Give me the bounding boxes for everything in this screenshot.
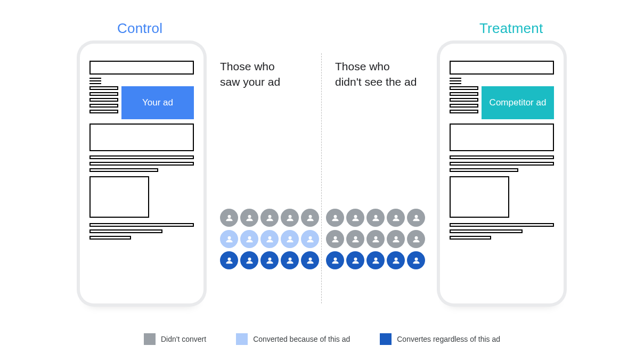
- person-icon: [346, 209, 364, 227]
- people-grid-treatment: [326, 209, 425, 269]
- hamburger-icon: [450, 78, 461, 84]
- hamburger-icon: [89, 78, 101, 84]
- wf-image-box: [450, 176, 509, 218]
- person-icon: [346, 251, 364, 269]
- swatch-gray: [144, 333, 156, 345]
- person-icon: [220, 251, 238, 269]
- person-icon: [240, 209, 258, 227]
- person-icon: [301, 209, 319, 227]
- people-grid-control: [220, 209, 319, 269]
- heading-control: Control: [117, 20, 162, 37]
- wireframe-control: Your ad: [89, 61, 194, 292]
- person-icon: [220, 209, 238, 227]
- wireframe-treatment: Competitor ad: [450, 61, 554, 292]
- ad-slot-control: Your ad: [121, 86, 194, 119]
- person-icon: [260, 230, 279, 248]
- legend: Didn't convert Converted because of this…: [0, 333, 644, 345]
- person-icon: [240, 251, 258, 269]
- wf-side-lines: [450, 86, 478, 116]
- person-icon: [301, 251, 319, 269]
- person-icon: [387, 230, 405, 248]
- person-icon: [326, 209, 344, 227]
- person-icon: [260, 251, 279, 269]
- wf-text-lines: [89, 155, 194, 172]
- person-icon: [407, 251, 425, 269]
- person-icon: [366, 251, 385, 269]
- phone-treatment: Competitor ad: [440, 44, 564, 303]
- person-icon: [220, 230, 238, 248]
- wf-content-box: [89, 124, 194, 151]
- legend-item-gray: Didn't convert: [144, 333, 206, 345]
- wf-text-lines: [450, 155, 554, 172]
- wf-content-box: [450, 124, 554, 151]
- wf-image-box: [89, 176, 149, 218]
- caption-saw-ad: Those whosaw your ad: [220, 59, 280, 90]
- legend-label-dark: Convertes regardless of this ad: [397, 335, 500, 343]
- legend-label-gray: Didn't convert: [161, 335, 206, 343]
- ad-slot-treatment: Competitor ad: [482, 86, 554, 119]
- person-icon: [346, 230, 364, 248]
- heading-treatment: Treatment: [479, 20, 543, 37]
- legend-item-light: Converted because of this ad: [236, 333, 350, 345]
- person-icon: [301, 230, 319, 248]
- phone-control: Your ad: [80, 44, 203, 303]
- person-icon: [387, 209, 405, 227]
- person-icon: [366, 209, 385, 227]
- ad-label-control: Your ad: [142, 97, 173, 108]
- person-icon: [326, 251, 344, 269]
- wf-footer-lines: [89, 223, 194, 240]
- person-icon: [407, 230, 425, 248]
- caption-didnt-see: Those whodidn't see the ad: [335, 59, 417, 90]
- person-icon: [387, 251, 405, 269]
- person-icon: [260, 209, 279, 227]
- person-icon: [281, 209, 299, 227]
- legend-label-light: Converted because of this ad: [253, 335, 350, 343]
- wf-footer-lines: [450, 223, 554, 240]
- person-icon: [281, 230, 299, 248]
- person-icon: [281, 251, 299, 269]
- legend-item-dark: Convertes regardless of this ad: [380, 333, 500, 345]
- group-divider: [321, 53, 322, 303]
- wf-header-box: [89, 61, 194, 75]
- person-icon: [326, 230, 344, 248]
- person-icon: [366, 230, 385, 248]
- wf-header-box: [450, 61, 554, 75]
- ad-label-treatment: Competitor ad: [490, 97, 547, 108]
- swatch-dark: [380, 333, 392, 345]
- person-icon: [407, 209, 425, 227]
- swatch-light: [236, 333, 248, 345]
- person-icon: [240, 230, 258, 248]
- wf-side-lines: [89, 86, 118, 116]
